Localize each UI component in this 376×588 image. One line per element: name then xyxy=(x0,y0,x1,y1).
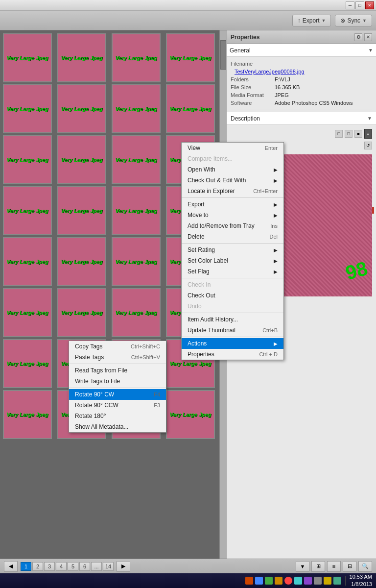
page-button-14[interactable]: 14 xyxy=(103,562,114,571)
filmstrip-view-btn[interactable]: ⊟ xyxy=(343,561,356,572)
taskbar-icon-2[interactable] xyxy=(255,577,263,585)
sync-button[interactable]: ⊗ Sync ▼ xyxy=(335,15,372,26)
status-next-button[interactable]: ▶ xyxy=(117,561,130,572)
menu-item-set-rating[interactable]: Set Rating▶ xyxy=(182,245,283,255)
taskbar-icon-10[interactable] xyxy=(333,577,341,585)
status-prev-button[interactable]: ◀ xyxy=(4,561,18,572)
menu-item-export[interactable]: Export▶ xyxy=(182,199,283,210)
sync-arrow-icon: ▼ xyxy=(362,18,367,23)
grid-item[interactable]: Very Large Jpeg xyxy=(3,33,52,82)
grid-item[interactable]: Very Large Jpeg xyxy=(112,33,161,82)
close-button[interactable]: ✕ xyxy=(365,1,374,9)
page-button-...[interactable]: ... xyxy=(91,562,102,571)
grid-item[interactable]: Very Large Jpeg xyxy=(112,237,161,286)
grid-item[interactable]: Very Large Jpeg xyxy=(3,390,52,439)
page-button-6[interactable]: 6 xyxy=(79,562,90,571)
grid-item[interactable]: Very Large Jpeg xyxy=(57,288,106,337)
grid-view-btn[interactable]: ⊞ xyxy=(311,561,325,572)
grid-item[interactable]: Very Large Jpeg xyxy=(3,135,52,184)
description-dropdown[interactable]: Description ▼ xyxy=(227,112,376,125)
menu-item-shortcut: Enter xyxy=(265,145,278,151)
grid-item[interactable]: Very Large Jpeg xyxy=(57,135,106,184)
menu-item-set-flag[interactable]: Set Flag▶ xyxy=(182,266,283,277)
timestamp-btn[interactable]: ↺ xyxy=(364,142,372,149)
taskbar-icon-1[interactable] xyxy=(245,577,253,585)
zoom-in-btn[interactable]: 🔍 xyxy=(358,561,372,572)
menu-item-check-out[interactable]: Check Out xyxy=(182,290,283,301)
action-item-rotate-90-cw[interactable]: Rotate 90° CWF4 xyxy=(69,389,166,400)
menu-item-add-toremove-from-tray[interactable]: Add to/Remove from TrayIns xyxy=(182,220,283,231)
submenu-arrow-icon: ▶ xyxy=(274,178,278,183)
action-item-rotate-90-ccw[interactable]: Rotate 90° CCWF3 xyxy=(69,400,166,411)
menu-item-shortcut: Del xyxy=(269,234,278,240)
maximize-button[interactable]: □ xyxy=(355,1,364,9)
mediaformat-value: JPEG xyxy=(275,92,289,98)
taskbar-icon-5[interactable] xyxy=(284,577,292,585)
menu-item-update-thumbnail[interactable]: Update ThumbnailCtrl+B xyxy=(182,325,283,336)
menu-item-open-with[interactable]: Open With▶ xyxy=(182,164,283,175)
menu-item-check-out--edit-with[interactable]: Check Out & Edit With▶ xyxy=(182,175,283,186)
dropdown-view-btn[interactable]: ▼ xyxy=(296,561,309,572)
panel-tool-2[interactable]: □ xyxy=(345,130,352,138)
action-item-rotate-180[interactable]: Rotate 180° xyxy=(69,411,166,421)
grid-item[interactable]: Very Large Jpeg xyxy=(57,186,106,235)
panel-tool-1[interactable]: □ xyxy=(335,130,343,138)
grid-item[interactable]: Very Large Jpeg xyxy=(3,84,52,133)
taskbar-icon-7[interactable] xyxy=(304,577,312,585)
panel-close-button[interactable]: ✕ xyxy=(364,33,372,41)
general-dropdown[interactable]: General ▼ xyxy=(227,44,376,57)
grid-item[interactable]: Very Large Jpeg xyxy=(3,186,52,235)
action-item-read-tags-from-file[interactable]: Read Tags from File xyxy=(69,365,166,376)
action-item-paste-tags[interactable]: Paste TagsCtrl+Shift+V xyxy=(69,352,166,363)
page-button-5[interactable]: 5 xyxy=(68,562,78,571)
grid-item[interactable]: Very Large Jpeg xyxy=(57,84,106,133)
page-button-2[interactable]: 2 xyxy=(32,562,43,571)
grid-item[interactable]: Very Large Jpeg xyxy=(112,84,161,133)
menu-item-label: Move to xyxy=(188,212,209,219)
taskbar-icon-6[interactable] xyxy=(294,577,302,585)
scrollbar-thumb[interactable] xyxy=(220,40,226,70)
grid-item[interactable]: Very Large Jpeg xyxy=(112,135,161,184)
grid-item[interactable]: Very Large Jpeg xyxy=(112,288,161,337)
grid-item[interactable]: Very Large Jpeg xyxy=(112,186,161,235)
minimize-button[interactable]: ─ xyxy=(346,1,354,9)
grid-item[interactable]: Very Large Jpeg xyxy=(57,237,106,286)
menu-item-set-color-label[interactable]: Set Color Label▶ xyxy=(182,255,283,266)
submenu-arrow-icon: ▶ xyxy=(274,247,278,253)
export-button[interactable]: ↑ Export ▼ xyxy=(292,15,331,26)
menu-item-actions[interactable]: Actions▶ xyxy=(182,338,283,349)
page-button-1[interactable]: 1 xyxy=(21,562,31,571)
list-view-btn[interactable]: ≡ xyxy=(327,561,341,572)
submenu-arrow-icon: ▶ xyxy=(274,213,278,218)
menu-item-delete[interactable]: DeleteDel xyxy=(182,231,283,242)
taskbar-icon-8[interactable] xyxy=(314,577,322,585)
taskbar-icon-3[interactable] xyxy=(265,577,273,585)
software-value: Adobe Photoshop CS5 Windows xyxy=(275,100,353,106)
page-buttons: 123456...14 xyxy=(21,562,114,571)
action-item-copy-tags[interactable]: Copy TagsCtrl+Shift+C xyxy=(69,341,166,352)
grid-item[interactable]: Very Large Jpeg xyxy=(3,237,52,286)
grid-item[interactable]: Very Large Jpeg xyxy=(3,339,52,388)
menu-item-move-to[interactable]: Move to▶ xyxy=(182,210,283,220)
menu-item-properties[interactable]: PropertiesCtrl + D xyxy=(182,349,283,360)
panel-settings-button[interactable]: ⚙ xyxy=(354,33,362,41)
grid-item[interactable]: Very Large Jpeg xyxy=(166,390,215,439)
grid-item[interactable]: Very Large Jpeg xyxy=(57,33,106,82)
page-button-3[interactable]: 3 xyxy=(44,562,55,571)
menu-item-locate-in-explorer[interactable]: Locate in ExplorerCtrl+Enter xyxy=(182,186,283,196)
grid-item[interactable]: Very Large Jpeg xyxy=(3,288,52,337)
taskbar-icon-4[interactable] xyxy=(275,577,282,585)
action-item-show-all-metadata[interactable]: Show All Metadata... xyxy=(69,421,166,432)
page-button-4[interactable]: 4 xyxy=(56,562,67,571)
action-item-label: Paste Tags xyxy=(75,354,104,361)
grid-item[interactable]: Very Large Jpeg xyxy=(166,33,215,82)
context-menu: ViewEnterCompare Items...Open With▶Check… xyxy=(181,142,284,360)
menu-item-shortcut: Ctrl + D xyxy=(259,351,278,357)
menu-item-item-audit-history[interactable]: Item Audit History... xyxy=(182,314,283,325)
taskbar-icon-9[interactable] xyxy=(324,577,331,585)
panel-tool-3[interactable]: ■ xyxy=(354,130,362,138)
grid-item[interactable]: Very Large Jpeg xyxy=(166,84,215,133)
menu-item-view[interactable]: ViewEnter xyxy=(182,143,283,153)
panel-view-btn[interactable]: ≡ xyxy=(364,129,372,139)
action-item-write-tags-to-file[interactable]: Write Tags to File xyxy=(69,376,166,387)
